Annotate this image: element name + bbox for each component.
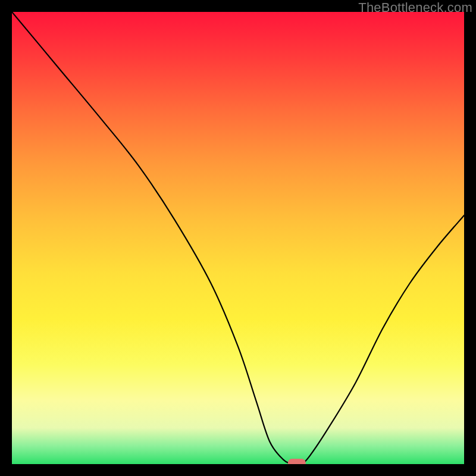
plot-area xyxy=(12,12,464,464)
watermark-text: TheBottleneck.com xyxy=(358,0,472,15)
chart-frame: TheBottleneck.com xyxy=(0,0,476,476)
bottleneck-curve xyxy=(12,12,464,464)
chart-svg xyxy=(12,12,464,464)
optimal-marker xyxy=(288,459,306,464)
